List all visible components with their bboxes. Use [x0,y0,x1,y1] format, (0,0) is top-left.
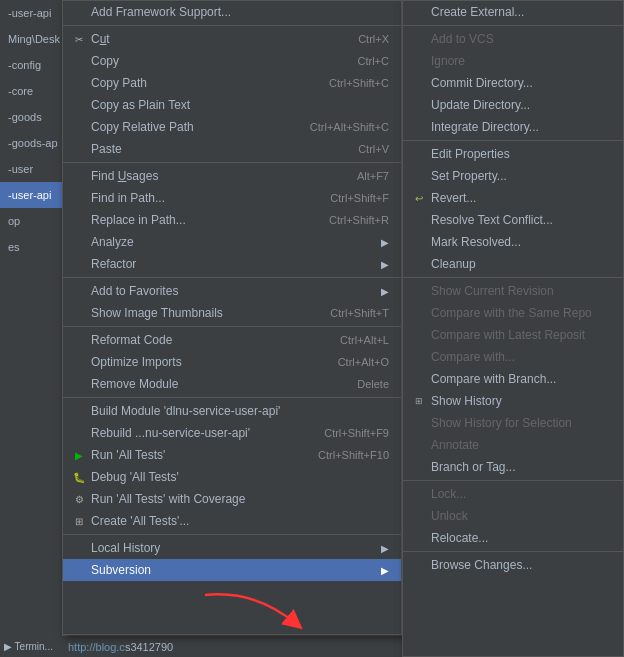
copy-relative-menu-item[interactable]: Copy Relative Path Ctrl+Alt+Shift+C [63,116,401,138]
rebuild-module-menu-item[interactable]: Rebuild ...nu-service-user-api' Ctrl+Shi… [63,422,401,444]
annotate-menu-item[interactable]: Annotate [403,434,623,456]
compare-branch-menu-item[interactable]: Compare with Branch... [403,368,623,390]
debug-tests-menu-item[interactable]: 🐛 Debug 'All Tests' [63,466,401,488]
copy-plain-menu-item[interactable]: Copy as Plain Text [63,94,401,116]
reformat-menu-item[interactable]: Reformat Code Ctrl+Alt+L [63,329,401,351]
subversion-arrow-icon: ▶ [381,565,389,576]
show-thumbnails-menu-item[interactable]: Show Image Thumbnails Ctrl+Shift+T [63,302,401,324]
sidebar-item-user[interactable]: -user [0,156,68,182]
local-history-menu-item[interactable]: Local History ▶ [63,537,401,559]
sidebar-item-user-api[interactable]: -user-api [0,0,68,26]
sidebar-item-op[interactable]: op [0,208,68,234]
url-text: http://blog.c [68,641,125,653]
separator-4 [63,326,401,327]
separator-3 [63,277,401,278]
separator-1 [63,25,401,26]
add-to-vcs-menu-item[interactable]: Add to VCS [403,28,623,50]
add-framework-menu-item[interactable]: Add Framework Support... [63,1,401,23]
create-external-menu-item[interactable]: Create External... [403,1,623,23]
compare-same-menu-item[interactable]: Compare with the Same Repo [403,302,623,324]
integrate-dir-menu-item[interactable]: Integrate Directory... [403,116,623,138]
compare-latest-menu-item[interactable]: Compare with Latest Reposit [403,324,623,346]
right-sep-1 [403,25,623,26]
cleanup-menu-item[interactable]: Cleanup [403,253,623,275]
set-property-menu-item[interactable]: Set Property... [403,165,623,187]
resolve-conflict-menu-item[interactable]: Resolve Text Conflict... [403,209,623,231]
commit-dir-menu-item[interactable]: Commit Directory... [403,72,623,94]
ignore-menu-item[interactable]: Ignore [403,50,623,72]
build-module-menu-item[interactable]: Build Module 'dlnu-service-user-api' [63,400,401,422]
remove-module-menu-item[interactable]: Remove Module Delete [63,373,401,395]
paste-menu-item[interactable]: Paste Ctrl+V [63,138,401,160]
debug-icon: 🐛 [71,469,87,485]
find-in-path-menu-item[interactable]: Find in Path... Ctrl+Shift+F [63,187,401,209]
right-context-menu: Create External... Add to VCS Ignore Com… [402,0,624,657]
separator-5 [63,397,401,398]
show-history-icon: ⊞ [411,393,427,409]
create-tests-menu-item[interactable]: ⊞ Create 'All Tests'... [63,510,401,532]
branch-tag-menu-item[interactable]: Branch or Tag... [403,456,623,478]
find-usages-menu-item[interactable]: Find Usages Alt+F7 [63,165,401,187]
lock-menu-item[interactable]: Lock... [403,483,623,505]
refactor-arrow-icon: ▶ [381,259,389,270]
refactor-menu-item[interactable]: Refactor ▶ [63,253,401,275]
right-sep-3 [403,277,623,278]
copy-icon [71,53,87,69]
create-tests-icon: ⊞ [71,513,87,529]
cut-menu-item[interactable]: ✂ Cut Ctrl+X [63,28,401,50]
compare-with-menu-item[interactable]: Compare with... [403,346,623,368]
url-suffix: s3412790 [125,641,173,653]
run-coverage-menu-item[interactable]: ⚙ Run 'All Tests' with Coverage [63,488,401,510]
add-favorites-menu-item[interactable]: Add to Favorites ▶ [63,280,401,302]
separator-2 [63,162,401,163]
relocate-menu-item[interactable]: Relocate... [403,527,623,549]
show-history-menu-item[interactable]: ⊞ Show History [403,390,623,412]
browse-changes-menu-item[interactable]: Browse Changes... [403,554,623,576]
left-context-menu: Add Framework Support... ✂ Cut Ctrl+X Co… [62,0,402,635]
revert-icon: ↩ [411,190,427,206]
edit-props-menu-item[interactable]: Edit Properties [403,143,623,165]
sidebar-item-es[interactable]: es [0,234,68,260]
right-sep-2 [403,140,623,141]
sidebar-item-ming[interactable]: Ming\Desk [0,26,68,52]
local-history-arrow-icon: ▶ [381,543,389,554]
optimize-menu-item[interactable]: Optimize Imports Ctrl+Alt+O [63,351,401,373]
unlock-menu-item[interactable]: Unlock [403,505,623,527]
right-sep-4 [403,480,623,481]
run-tests-menu-item[interactable]: ▶ Run 'All Tests' Ctrl+Shift+F10 [63,444,401,466]
show-history-sel-menu-item[interactable]: Show History for Selection [403,412,623,434]
sidebar-item-goods[interactable]: -goods [0,104,68,130]
cut-icon: ✂ [71,31,87,47]
separator-6 [63,534,401,535]
run-icon: ▶ [71,447,87,463]
sidebar: -user-api Ming\Desk -config -core -goods… [0,0,68,657]
sidebar-item-user-api-hl[interactable]: -user-api [0,182,68,208]
mark-resolved-menu-item[interactable]: Mark Resolved... [403,231,623,253]
coverage-icon: ⚙ [71,491,87,507]
replace-in-path-menu-item[interactable]: Replace in Path... Ctrl+Shift+R [63,209,401,231]
analyze-menu-item[interactable]: Analyze ▶ [63,231,401,253]
show-revision-menu-item[interactable]: Show Current Revision [403,280,623,302]
paste-icon [71,141,87,157]
sidebar-item-config[interactable]: -config [0,52,68,78]
revert-menu-item[interactable]: ↩ Revert... [403,187,623,209]
favorites-arrow-icon: ▶ [381,286,389,297]
copy-menu-item[interactable]: Copy Ctrl+C [63,50,401,72]
analyze-arrow-icon: ▶ [381,237,389,248]
right-sep-5 [403,551,623,552]
terminal-bar[interactable]: ▶ Termin... [0,635,68,657]
copy-path-menu-item[interactable]: Copy Path Ctrl+Shift+C [63,72,401,94]
subversion-menu-item[interactable]: Subversion ▶ [63,559,401,581]
update-dir-menu-item[interactable]: Update Directory... [403,94,623,116]
sidebar-item-core[interactable]: -core [0,78,68,104]
sidebar-item-goods-api[interactable]: -goods-ap [0,130,68,156]
